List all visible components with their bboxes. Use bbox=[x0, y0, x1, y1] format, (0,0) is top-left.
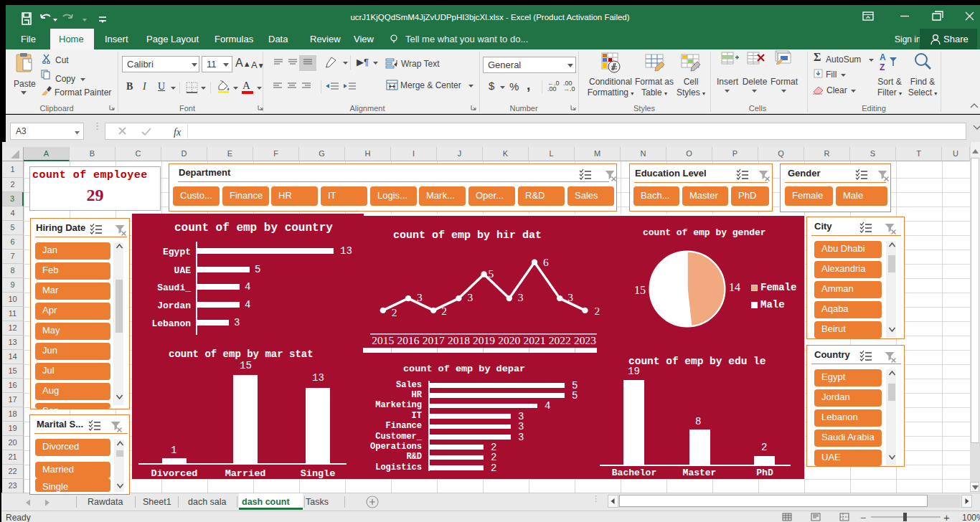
svg-text:5: 5 bbox=[489, 267, 494, 280]
svg-text:2020: 2020 bbox=[498, 334, 520, 346]
svg-text:2017: 2017 bbox=[423, 334, 445, 346]
svg-text:2: 2 bbox=[594, 305, 600, 317]
svg-text:2: 2 bbox=[392, 306, 397, 318]
svg-text:6: 6 bbox=[543, 256, 549, 268]
svg-text:2021: 2021 bbox=[524, 334, 546, 346]
svg-text:2023: 2023 bbox=[574, 334, 596, 346]
svg-text:3: 3 bbox=[567, 291, 573, 303]
svg-text:2018: 2018 bbox=[448, 334, 470, 346]
svg-text:3: 3 bbox=[417, 291, 423, 303]
svg-text:2016: 2016 bbox=[397, 334, 420, 346]
svg-text:3: 3 bbox=[467, 291, 473, 303]
svg-text:3: 3 bbox=[518, 291, 524, 303]
svg-text:2: 2 bbox=[441, 305, 447, 317]
svg-text:2019: 2019 bbox=[473, 334, 495, 346]
svg-text:2022: 2022 bbox=[549, 334, 571, 346]
svg-text:2015: 2015 bbox=[372, 334, 394, 346]
svg-text:count of emp by hir dat: count of emp by hir dat bbox=[393, 229, 542, 242]
